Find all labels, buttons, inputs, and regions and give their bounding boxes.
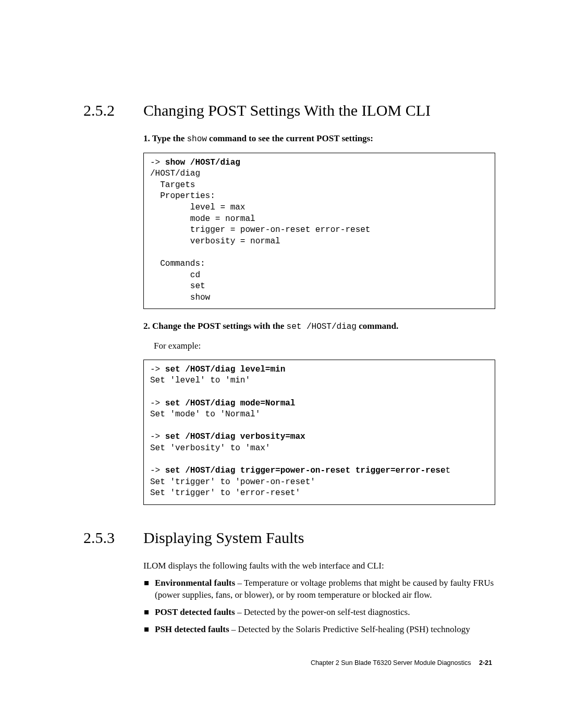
code-line: -> [150,158,165,167]
code-line: cd [150,270,200,280]
step-2-mono: set /HOST/diag [287,322,357,331]
list-item: PSH detected faults – Detected by the So… [143,624,495,636]
code-line: Commands: [150,259,205,268]
bullet-bold: POST detected faults [155,607,235,617]
code-line: Set 'level' to 'min' [150,376,250,385]
section-header-252: 2.5.2 Changing POST Settings With the IL… [83,102,495,119]
footer-page-number: 2-21 [479,659,492,667]
step-2-prefix: 2. Change the POST settings with the [143,321,287,331]
section-number: 2.5.3 [83,529,143,547]
section-253-content: ILOM displays the following faults with … [143,560,495,636]
fault-list: Environmental faults – Temperature or vo… [143,577,495,636]
code-line: Properties: [150,191,215,201]
code-line: Set 'trigger' to 'error-reset' [150,488,300,498]
bullet-bold: PSH detected faults [155,624,229,634]
section-number: 2.5.2 [83,102,143,119]
code-line: -> [150,466,165,475]
step-1: 1. Type the show command to see the curr… [143,133,495,145]
step-2-suffix: command. [357,321,398,331]
code-line: Set 'mode' to 'Normal' [150,410,260,419]
bullet-text: – Detected by the Solaris Predictive Sel… [229,624,470,634]
code-line: trigger = power-on-reset error-reset [150,225,370,235]
bullet-bold: Environmental faults [155,578,235,588]
section-title: Displaying System Faults [143,529,304,547]
footer-chapter: Chapter 2 Sun Blade T6320 Server Module … [311,659,471,667]
code-line-bold: set /HOST/diag mode=Normal [165,399,296,408]
section-252-content: 1. Type the show command to see the curr… [143,133,495,505]
code-line: Set 'trigger' to 'power-on-reset' [150,477,315,487]
list-item: POST detected faults – Detected by the p… [143,607,495,619]
code-line: Set 'verbosity' to 'max' [150,443,270,453]
code-line: mode = normal [150,214,255,224]
code-line-bold: set /HOST/diag verbosity=max [165,432,305,441]
code-line: t [446,466,451,475]
code-line: -> [150,399,165,408]
code-line: set [150,281,205,291]
code-line: /HOST/diag [150,169,200,178]
code-line: show [150,293,210,302]
code-block-show: -> show /HOST/diag /HOST/diag Targets Pr… [143,153,495,310]
code-line-bold: set /HOST/diag level=min [165,365,285,374]
step-2-example: For example: [154,340,495,352]
code-line: -> [150,432,165,441]
step-1-suffix: command to see the current POST settings… [207,133,373,143]
code-line: Targets [150,180,195,190]
code-line: level = max [150,203,245,212]
step-2: 2. Change the POST settings with the set… [143,320,495,333]
code-line-bold: set /HOST/diag trigger=power-on-reset tr… [165,466,446,475]
bullet-text: – Detected by the power-on self-test dia… [235,607,410,617]
code-line: verbosity = normal [150,237,280,246]
step-1-mono: show [187,134,206,144]
intro-paragraph: ILOM displays the following faults with … [143,560,495,572]
list-item: Environmental faults – Temperature or vo… [143,577,495,601]
section-header-253: 2.5.3 Displaying System Faults [83,529,495,547]
page-footer: Chapter 2 Sun Blade T6320 Server Module … [311,659,492,667]
step-1-prefix: 1. Type the [143,133,187,143]
code-line: -> [150,365,165,374]
section-title: Changing POST Settings With the ILOM CLI [143,102,431,119]
code-line-bold: show /HOST/diag [165,158,240,167]
code-block-set: -> set /HOST/diag level=min Set 'level' … [143,360,495,505]
page: 2.5.2 Changing POST Settings With the IL… [0,0,563,728]
